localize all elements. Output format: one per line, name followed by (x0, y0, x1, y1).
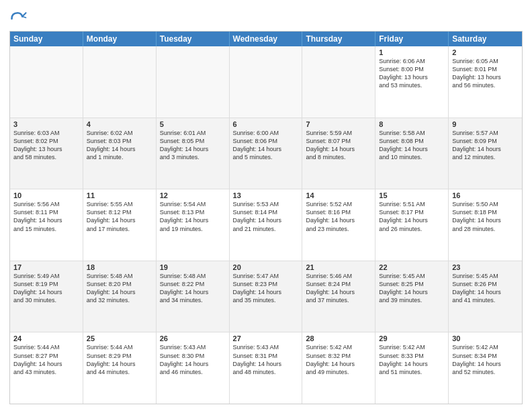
cal-row-0: 1Sunrise: 6:06 AM Sunset: 8:00 PM Daylig… (10, 46, 522, 118)
day-number: 9 (452, 120, 519, 128)
cal-cell: 13Sunrise: 5:53 AM Sunset: 8:14 PM Dayli… (230, 189, 303, 261)
cal-cell: 2Sunrise: 6:05 AM Sunset: 8:01 PM Daylig… (449, 46, 522, 118)
cal-cell (157, 46, 230, 118)
cal-cell (230, 46, 303, 118)
cal-cell: 23Sunrise: 5:45 AM Sunset: 8:26 PM Dayli… (449, 261, 522, 332)
day-number: 14 (306, 191, 371, 199)
day-number: 30 (452, 334, 519, 342)
cell-text: Sunrise: 5:42 AM Sunset: 8:32 PM Dayligh… (306, 343, 371, 376)
cal-cell: 21Sunrise: 5:46 AM Sunset: 8:24 PM Dayli… (302, 261, 375, 332)
cell-text: Sunrise: 5:49 AM Sunset: 8:19 PM Dayligh… (13, 272, 79, 305)
cell-text: Sunrise: 5:46 AM Sunset: 8:24 PM Dayligh… (306, 272, 371, 305)
cell-text: Sunrise: 6:05 AM Sunset: 8:01 PM Dayligh… (452, 57, 519, 90)
page: SundayMondayTuesdayWednesdayThursdayFrid… (0, 0, 532, 411)
cell-text: Sunrise: 5:57 AM Sunset: 8:09 PM Dayligh… (452, 129, 519, 162)
day-number: 15 (379, 191, 445, 199)
cell-text: Sunrise: 5:54 AM Sunset: 8:13 PM Dayligh… (160, 200, 226, 233)
cell-text: Sunrise: 5:44 AM Sunset: 8:27 PM Dayligh… (13, 343, 79, 376)
day-number: 1 (379, 48, 445, 56)
header-cell-tuesday: Tuesday (157, 32, 230, 46)
cal-cell: 8Sunrise: 5:58 AM Sunset: 8:08 PM Daylig… (375, 118, 449, 189)
day-number: 20 (233, 263, 299, 271)
cal-cell: 16Sunrise: 5:50 AM Sunset: 8:18 PM Dayli… (449, 189, 522, 261)
header-cell-wednesday: Wednesday (230, 32, 303, 46)
cell-text: Sunrise: 5:55 AM Sunset: 8:12 PM Dayligh… (87, 200, 152, 233)
cal-cell: 14Sunrise: 5:52 AM Sunset: 8:16 PM Dayli… (302, 189, 375, 261)
cell-text: Sunrise: 5:47 AM Sunset: 8:23 PM Dayligh… (233, 272, 299, 305)
day-number: 17 (13, 263, 79, 271)
day-number: 28 (306, 334, 371, 342)
header-cell-friday: Friday (375, 32, 449, 46)
cell-text: Sunrise: 5:59 AM Sunset: 8:07 PM Dayligh… (306, 129, 371, 162)
cell-text: Sunrise: 5:42 AM Sunset: 8:34 PM Dayligh… (452, 343, 519, 376)
day-number: 12 (160, 191, 226, 199)
cal-cell: 10Sunrise: 5:56 AM Sunset: 8:11 PM Dayli… (10, 189, 83, 261)
cell-text: Sunrise: 5:53 AM Sunset: 8:14 PM Dayligh… (233, 200, 299, 233)
cell-text: Sunrise: 5:43 AM Sunset: 8:31 PM Dayligh… (233, 343, 299, 376)
day-number: 8 (379, 120, 445, 128)
cal-row-1: 3Sunrise: 6:03 AM Sunset: 8:02 PM Daylig… (10, 118, 522, 189)
cal-cell: 19Sunrise: 5:48 AM Sunset: 8:22 PM Dayli… (157, 261, 230, 332)
day-number: 23 (452, 263, 519, 271)
cell-text: Sunrise: 6:03 AM Sunset: 8:02 PM Dayligh… (13, 129, 79, 162)
cal-cell (302, 46, 375, 118)
cell-text: Sunrise: 6:01 AM Sunset: 8:05 PM Dayligh… (160, 129, 226, 162)
cell-text: Sunrise: 5:43 AM Sunset: 8:30 PM Dayligh… (160, 343, 226, 376)
day-number: 18 (87, 263, 152, 271)
cell-text: Sunrise: 5:51 AM Sunset: 8:17 PM Dayligh… (379, 200, 445, 233)
header-cell-saturday: Saturday (449, 32, 522, 46)
calendar-body: 1Sunrise: 6:06 AM Sunset: 8:00 PM Daylig… (10, 46, 522, 404)
cal-cell: 28Sunrise: 5:42 AM Sunset: 8:32 PM Dayli… (302, 332, 375, 404)
header-cell-sunday: Sunday (10, 32, 83, 46)
cal-cell: 9Sunrise: 5:57 AM Sunset: 8:09 PM Daylig… (449, 118, 522, 189)
day-number: 19 (160, 263, 226, 271)
cell-text: Sunrise: 5:44 AM Sunset: 8:29 PM Dayligh… (87, 343, 152, 376)
cell-text: Sunrise: 5:48 AM Sunset: 8:22 PM Dayligh… (160, 272, 226, 305)
day-number: 21 (306, 263, 371, 271)
cal-cell: 1Sunrise: 6:06 AM Sunset: 8:00 PM Daylig… (375, 46, 449, 118)
cal-cell: 11Sunrise: 5:55 AM Sunset: 8:12 PM Dayli… (83, 189, 157, 261)
day-number: 22 (379, 263, 445, 271)
day-number: 26 (160, 334, 226, 342)
cal-cell: 27Sunrise: 5:43 AM Sunset: 8:31 PM Dayli… (230, 332, 303, 404)
cal-cell: 4Sunrise: 6:02 AM Sunset: 8:03 PM Daylig… (83, 118, 157, 189)
day-number: 25 (87, 334, 152, 342)
cal-cell: 30Sunrise: 5:42 AM Sunset: 8:34 PM Dayli… (449, 332, 522, 404)
day-number: 16 (452, 191, 519, 199)
cell-text: Sunrise: 5:56 AM Sunset: 8:11 PM Dayligh… (13, 200, 79, 233)
day-number: 3 (13, 120, 79, 128)
cal-row-2: 10Sunrise: 5:56 AM Sunset: 8:11 PM Dayli… (10, 189, 522, 261)
day-number: 7 (306, 120, 371, 128)
cal-cell: 3Sunrise: 6:03 AM Sunset: 8:02 PM Daylig… (10, 118, 83, 189)
calendar: SundayMondayTuesdayWednesdayThursdayFrid… (9, 31, 523, 404)
cell-text: Sunrise: 6:06 AM Sunset: 8:00 PM Dayligh… (379, 57, 445, 90)
cal-cell: 5Sunrise: 6:01 AM Sunset: 8:05 PM Daylig… (157, 118, 230, 189)
header-cell-monday: Monday (83, 32, 157, 46)
day-number: 11 (87, 191, 152, 199)
cal-cell: 6Sunrise: 6:00 AM Sunset: 8:06 PM Daylig… (230, 118, 303, 189)
header (9, 7, 523, 28)
cal-cell: 20Sunrise: 5:47 AM Sunset: 8:23 PM Dayli… (230, 261, 303, 332)
cell-text: Sunrise: 5:42 AM Sunset: 8:33 PM Dayligh… (379, 343, 445, 376)
cal-cell: 12Sunrise: 5:54 AM Sunset: 8:13 PM Dayli… (157, 189, 230, 261)
day-number: 10 (13, 191, 79, 199)
day-number: 4 (87, 120, 152, 128)
day-number: 29 (379, 334, 445, 342)
cell-text: Sunrise: 5:45 AM Sunset: 8:26 PM Dayligh… (452, 272, 519, 305)
cal-cell: 26Sunrise: 5:43 AM Sunset: 8:30 PM Dayli… (157, 332, 230, 404)
cell-text: Sunrise: 5:48 AM Sunset: 8:20 PM Dayligh… (87, 272, 152, 305)
cal-cell (83, 46, 157, 118)
day-number: 2 (452, 48, 519, 56)
cal-cell: 15Sunrise: 5:51 AM Sunset: 8:17 PM Dayli… (375, 189, 449, 261)
cal-cell: 22Sunrise: 5:45 AM Sunset: 8:25 PM Dayli… (375, 261, 449, 332)
calendar-header: SundayMondayTuesdayWednesdayThursdayFrid… (10, 32, 522, 46)
cal-cell: 29Sunrise: 5:42 AM Sunset: 8:33 PM Dayli… (375, 332, 449, 404)
cal-cell: 17Sunrise: 5:49 AM Sunset: 8:19 PM Dayli… (10, 261, 83, 332)
day-number: 6 (233, 120, 299, 128)
cal-row-4: 24Sunrise: 5:44 AM Sunset: 8:27 PM Dayli… (10, 332, 522, 404)
cal-cell (10, 46, 83, 118)
logo (9, 9, 31, 28)
cell-text: Sunrise: 5:50 AM Sunset: 8:18 PM Dayligh… (452, 200, 519, 233)
cal-cell: 24Sunrise: 5:44 AM Sunset: 8:27 PM Dayli… (10, 332, 83, 404)
day-number: 27 (233, 334, 299, 342)
